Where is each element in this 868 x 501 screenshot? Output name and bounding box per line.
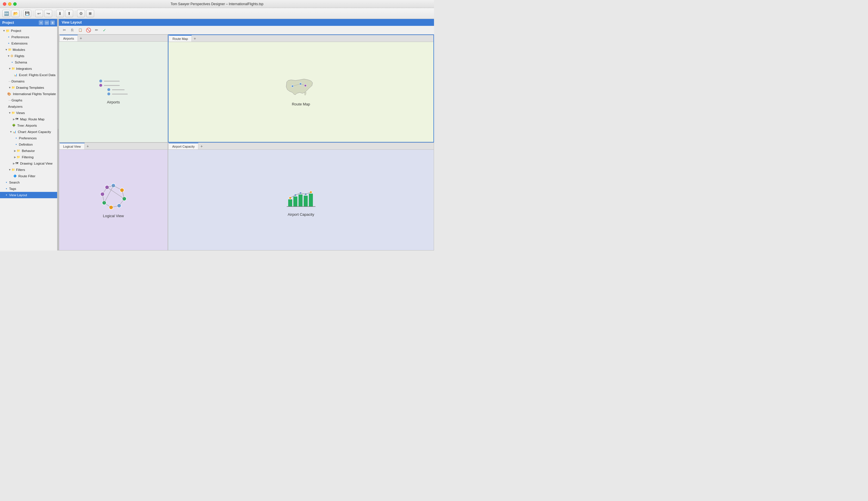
confirm-button[interactable]: ✓ bbox=[101, 27, 108, 33]
settings-button[interactable]: ⚙ bbox=[77, 10, 85, 17]
chart-arrow[interactable]: ▼ bbox=[9, 129, 13, 135]
open-button[interactable]: 📂 bbox=[11, 10, 20, 17]
toolbar-sep-1 bbox=[21, 11, 22, 17]
layout-button[interactable]: ▦ bbox=[86, 10, 94, 17]
copy-button[interactable]: ⎘ bbox=[69, 27, 76, 33]
sidebar-item-behavior[interactable]: ▶ 📁 Behavior bbox=[0, 148, 57, 154]
sidebar-add-icon[interactable]: + bbox=[39, 20, 43, 25]
new-button[interactable]: 🆕 bbox=[2, 10, 10, 17]
sidebar-item-search[interactable]: ● Search bbox=[0, 179, 57, 185]
project-arrow[interactable]: ▼ bbox=[2, 28, 6, 33]
sidebar-item-definition[interactable]: ● Definition bbox=[0, 141, 57, 148]
intl-template-label: International Flights Template bbox=[13, 91, 56, 97]
map-icon: 🗺 bbox=[15, 117, 18, 122]
toolbar-sep-3 bbox=[54, 11, 54, 17]
logical-icon: 🗺 bbox=[15, 161, 18, 166]
domains-label: Domains bbox=[11, 79, 24, 84]
graphs-arrow[interactable]: — bbox=[8, 98, 11, 103]
schema-label: Schema bbox=[15, 60, 27, 65]
sidebar-menu-icon[interactable]: ⏸ bbox=[50, 20, 55, 25]
sidebar-item-integrators[interactable]: ▼ 📁 Integrators bbox=[0, 65, 57, 72]
project-label: Project bbox=[11, 28, 21, 33]
views-label: Views bbox=[16, 110, 25, 116]
map-arrow[interactable]: ▶ bbox=[12, 117, 15, 122]
airports-tab[interactable]: Airports bbox=[60, 35, 78, 41]
modules-arrow[interactable]: ▼ bbox=[4, 47, 8, 52]
sidebar-item-drawing-templates[interactable]: ▼ 📁 Drawing Templates bbox=[0, 84, 57, 91]
sidebar-item-route-filter[interactable]: 🔷 Route Filter bbox=[0, 173, 57, 179]
sidebar-item-graphs[interactable]: — Graphs bbox=[0, 97, 57, 104]
logical-tab-bar: Logical View + bbox=[59, 143, 168, 150]
sidebar-item-map-route-map[interactable]: ▶ 🗺 Map: Route Map bbox=[0, 116, 57, 122]
logical-add-tab[interactable]: + bbox=[85, 143, 91, 149]
svg-line-17 bbox=[104, 203, 111, 207]
filters-label: Filters bbox=[16, 167, 25, 172]
views-arrow[interactable]: ▼ bbox=[8, 110, 11, 116]
flights-arrow[interactable]: ▼ bbox=[7, 53, 10, 58]
routemap-add-tab[interactable]: + bbox=[192, 35, 198, 42]
behavior-label: Behavior bbox=[22, 148, 35, 153]
sidebar-item-chart-airport-capacity[interactable]: ▼ 📊 Chart: Airport Capacity bbox=[0, 129, 57, 135]
routemap-canvas: Route Map bbox=[168, 42, 433, 142]
eraser-button[interactable]: ✏ bbox=[93, 27, 100, 33]
minimize-button[interactable] bbox=[8, 2, 11, 6]
redo-button[interactable]: ↪ bbox=[44, 10, 52, 17]
sidebar-item-extensions[interactable]: ● Extensions bbox=[0, 40, 57, 46]
import-button[interactable]: ⬇ bbox=[56, 10, 64, 17]
sidebar-item-analyzers[interactable]: Analyzers bbox=[0, 104, 57, 110]
sidebar-item-preferences[interactable]: ● Preferences bbox=[0, 34, 57, 40]
save-button[interactable]: 💾 bbox=[23, 10, 31, 17]
sidebar-item-chart-preferences[interactable]: ● Preferences bbox=[0, 135, 57, 141]
filters-arrow[interactable]: ▼ bbox=[8, 167, 11, 172]
paste-button[interactable]: 📋 bbox=[77, 27, 84, 33]
sidebar-item-intl-flights-template[interactable]: 🎨 International Flights Template bbox=[0, 91, 57, 97]
sidebar-collapse-icon[interactable]: — bbox=[44, 20, 49, 25]
svg-line-15 bbox=[119, 199, 124, 206]
delete-button[interactable]: 🚫 bbox=[85, 27, 91, 33]
sidebar-item-tree-airports[interactable]: 🌳 Tree: Airports bbox=[0, 122, 57, 129]
airport-row-1 bbox=[99, 79, 128, 83]
sidebar-item-project[interactable]: ▼ 📁 Project bbox=[0, 28, 57, 34]
integrators-arrow[interactable]: ▼ bbox=[8, 66, 11, 71]
sidebar-item-excel-flights[interactable]: 📊 Excel: Flights Excel Data bbox=[0, 72, 57, 78]
filtering-label: Filtering bbox=[22, 154, 34, 160]
logical-graph-svg bbox=[99, 182, 128, 211]
toolbar-sep-4 bbox=[75, 11, 75, 17]
export-button[interactable]: ⬆ bbox=[65, 10, 73, 17]
sidebar-item-filtering[interactable]: ▶ 📁 Filtering bbox=[0, 154, 57, 160]
logical-canvas: Logical View bbox=[59, 150, 168, 250]
sidebar-item-filters[interactable]: ▼ 📁 Filters bbox=[0, 167, 57, 173]
svg-line-13 bbox=[113, 185, 122, 190]
main-area: Project + — ⏸ ▼ 📁 Project ● Preferences bbox=[0, 19, 434, 250]
domains-arrow[interactable]: — bbox=[8, 79, 11, 84]
chart-icon: 📊 bbox=[13, 129, 16, 135]
drawing-templates-arrow[interactable]: ▼ bbox=[8, 85, 11, 90]
airport-row-4 bbox=[99, 93, 128, 95]
airports-add-tab[interactable]: + bbox=[78, 35, 84, 41]
sidebar-item-modules[interactable]: ▼ 📁 Modules bbox=[0, 46, 57, 53]
fullscreen-button[interactable] bbox=[13, 2, 17, 6]
routemap-tab[interactable]: Route Map bbox=[169, 35, 192, 42]
sidebar-item-domains[interactable]: — Domains bbox=[0, 78, 57, 84]
logical-arrow[interactable]: ▶ bbox=[12, 161, 15, 166]
close-button[interactable] bbox=[3, 2, 6, 6]
sidebar-item-drawing-logical[interactable]: ▶ 🗺 Drawing: Logical View bbox=[0, 160, 57, 167]
capacity-add-tab[interactable]: + bbox=[198, 143, 205, 149]
behavior-arrow[interactable]: ▶ bbox=[13, 148, 17, 153]
logical-tab[interactable]: Logical View bbox=[60, 143, 85, 149]
excel-flights-label: Excel: Flights Excel Data bbox=[19, 72, 55, 77]
svg-rect-25 bbox=[298, 194, 303, 206]
sidebar-item-views[interactable]: ▼ 📁 Views bbox=[0, 110, 57, 116]
filtering-arrow[interactable]: ▶ bbox=[13, 154, 17, 160]
traffic-lights bbox=[3, 2, 17, 6]
sidebar-item-tags[interactable]: ● Tags bbox=[0, 185, 57, 192]
sidebar-item-view-layout[interactable]: ● View Layout bbox=[0, 192, 57, 198]
logical-panel-wrapper: Logical View + bbox=[59, 142, 168, 250]
sidebar-item-flights[interactable]: ▼ ⚙ Flights bbox=[0, 53, 57, 59]
undo-button[interactable]: ↩ bbox=[35, 10, 43, 17]
route-filter-label: Route Filter bbox=[18, 173, 35, 179]
route-filter-icon: 🔷 bbox=[13, 173, 17, 179]
capacity-tab[interactable]: Airport Capacity bbox=[169, 143, 198, 149]
cut-button[interactable]: ✂ bbox=[61, 27, 67, 33]
sidebar-item-schema[interactable]: ● Schema bbox=[0, 59, 57, 65]
